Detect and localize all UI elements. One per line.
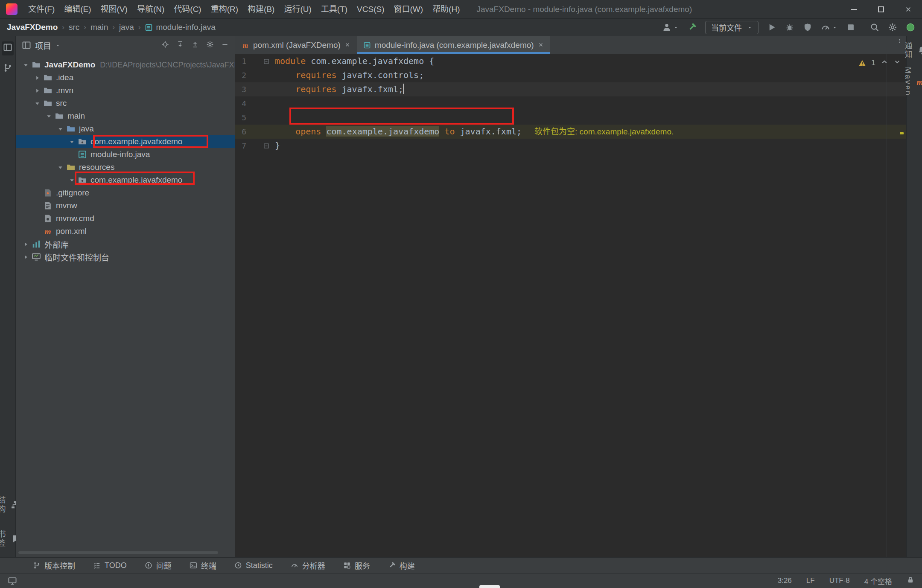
monitor-icon[interactable] [8,576,17,585]
tree-item[interactable]: main [16,110,235,122]
tree-item[interactable]: 临时文件和控制台 [16,250,235,263]
tree-item[interactable]: com.example.javafxdemo [16,135,235,148]
code-editor[interactable]: 1module com.example.javafxdemo {2 requir… [235,54,906,557]
breadcrumb-item[interactable]: main [90,23,108,32]
tool-window-button[interactable]: 问题 [136,558,181,573]
menu-item[interactable]: 运行(U) [279,0,316,19]
tree-item[interactable]: mpom.xml [16,225,235,238]
previous-warning-button[interactable] [881,58,888,68]
menu-item[interactable]: 重构(R) [206,0,243,19]
tool-window-button[interactable]: 服务 [334,558,379,573]
breadcrumb-item[interactable]: src [69,23,79,32]
tool-window-commit-button[interactable] [3,63,12,75]
tree-item[interactable]: .gitignore [16,186,235,199]
chevron-down-icon[interactable] [20,62,32,68]
tree-item[interactable]: java [16,122,235,135]
settings-button[interactable] [888,23,897,32]
tree-item[interactable]: mvnw.cmd [16,212,235,225]
menu-item[interactable]: 导航(N) [132,0,169,19]
tool-window-button[interactable]: 终端 [181,558,225,573]
menu-item[interactable]: 工具(T) [316,0,352,19]
breadcrumb-item[interactable]: java [119,23,134,32]
maximize-button[interactable] [867,0,895,19]
close-button[interactable] [895,0,922,19]
tree-item[interactable]: JavaFXDemoD:\IDEAProjects\JCNCProjects\J… [16,58,235,71]
chevron-down-icon[interactable] [32,100,43,107]
user-button[interactable] [662,23,679,32]
tool-window-button[interactable]: Statistic [225,558,282,573]
tree-item[interactable]: src [16,97,235,110]
code-line[interactable]: 1module com.example.javafxdemo { [235,54,906,68]
status-line-separator[interactable]: LF [806,576,815,585]
search-everywhere-button[interactable] [870,23,879,32]
chevron-down-icon[interactable] [55,164,66,171]
coverage-button[interactable] [803,23,812,32]
menu-item[interactable]: 编辑(E) [59,0,96,19]
breadcrumb-item[interactable]: module-info.java [145,23,215,32]
code-line[interactable]: 6 opens com.example.javafxdemo to javafx… [235,125,906,139]
tool-window-button[interactable]: 构建 [379,558,424,573]
code-line[interactable]: 2 requires javafx.controls; [235,68,906,82]
tree-item[interactable]: mvnw [16,199,235,212]
code-line[interactable]: 5 [235,111,906,125]
tab-close-icon[interactable] [538,41,544,50]
code-line[interactable]: 4 [235,96,906,111]
tool-window-button[interactable]: TODO [84,558,136,573]
tree-item[interactable]: .mvn [16,84,235,97]
chevron-down-icon[interactable] [55,126,66,132]
tool-window-button[interactable]: 版本控制 [24,558,84,573]
chevron-right-icon[interactable] [32,87,43,94]
tree-item[interactable]: com.example.javafxdemo [16,174,235,186]
next-warning-button[interactable] [893,58,901,68]
collapse-all-button[interactable] [191,41,199,50]
tree-item[interactable]: resources [16,161,235,174]
status-file-encoding[interactable]: UTF-8 [829,576,850,585]
hide-panel-button[interactable] [221,41,229,50]
tree-item[interactable]: module-info.java [16,148,235,161]
chevron-down-icon[interactable] [55,43,61,48]
menu-item[interactable]: 视图(V) [96,0,132,19]
panel-settings-button[interactable] [206,41,214,50]
select-opened-file-button[interactable] [161,41,169,50]
project-tree-scrollbar[interactable] [18,551,218,554]
menu-item[interactable]: 文件(F) [23,0,59,19]
code-line[interactable]: 7} [235,139,906,153]
chevron-right-icon[interactable] [20,241,32,247]
run-config-selector[interactable]: 当前文件 [705,21,759,34]
debug-button[interactable] [785,23,794,32]
chevron-down-icon[interactable] [66,139,78,145]
chevron-right-icon[interactable] [20,254,32,260]
editor-tab[interactable]: module-info.java (com.example.javafxdemo… [357,36,550,54]
fold-marker-icon[interactable] [246,139,275,153]
inspections-widget[interactable]: 1 [858,58,901,68]
tool-window-button[interactable]: 分析器 [282,558,334,573]
readonly-lock-button[interactable] [907,576,914,586]
build-project-button[interactable] [687,23,697,32]
chevron-down-icon[interactable] [66,177,78,183]
project-panel-title[interactable]: 项目 [35,40,51,51]
minimize-button[interactable] [840,0,867,19]
stop-button[interactable] [846,23,855,32]
chevron-right-icon[interactable] [32,75,43,81]
status-indent-style[interactable]: 4 个空格 [864,576,892,586]
menu-item[interactable]: 帮助(H) [428,0,464,19]
warning-stripe-mark[interactable] [900,132,904,134]
breadcrumb-item[interactable]: JavaFXDemo [7,23,58,32]
expand-all-button[interactable] [176,41,184,50]
profiler-button[interactable] [821,23,837,32]
code-with-me-button[interactable] [906,23,915,32]
tree-item[interactable]: 外部库 [16,238,235,250]
tool-window-project-button[interactable] [2,41,14,55]
editor-tab[interactable]: mpom.xml (JavaFXDemo) [235,36,357,54]
chevron-down-icon[interactable] [43,113,55,119]
code-line[interactable]: 3 requires javafx.fxml; [235,82,906,96]
menu-item[interactable]: 构建(B) [243,0,279,19]
menu-item[interactable]: 窗口(W) [389,0,428,19]
status-caret-position[interactable]: 3:26 [778,576,792,585]
menu-item[interactable]: VCS(S) [352,0,389,19]
fold-marker-icon[interactable] [246,54,275,68]
tree-item[interactable]: .idea [16,71,235,84]
run-button[interactable] [767,23,776,32]
menu-item[interactable]: 代码(C) [169,0,206,19]
tab-close-icon[interactable] [344,41,350,50]
